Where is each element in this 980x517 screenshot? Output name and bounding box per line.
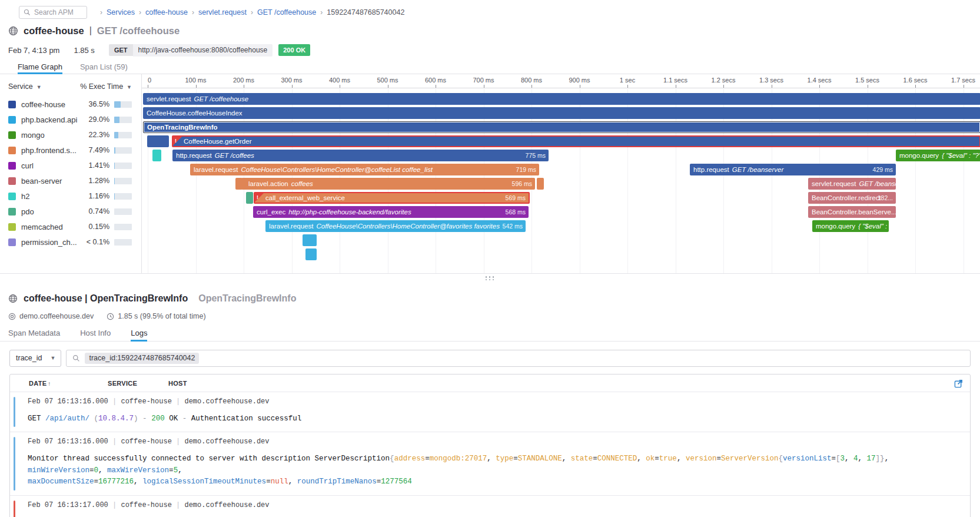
service-row[interactable]: mongo22.3%	[0, 127, 141, 142]
breadcrumb-item[interactable]: servlet.request	[198, 8, 247, 16]
span-time: 1.85 s (99.5% of total time)	[118, 312, 205, 320]
axis-tick-label: 0	[148, 77, 151, 84]
axis-tick-label: 400 ms	[329, 77, 350, 84]
exec-time-column-sort[interactable]: % Exec Time▼	[80, 82, 132, 91]
flame-span-fragment[interactable]	[307, 234, 317, 246]
open-in-log-explorer-icon[interactable]	[954, 379, 963, 388]
axis-tick-label: 1 sec	[620, 77, 635, 84]
search-apm-input[interactable]: Search APM	[19, 6, 87, 19]
span-label: servlet.request	[147, 95, 191, 102]
span-duration: 775 ms	[526, 150, 546, 161]
tab-logs[interactable]: Logs	[131, 329, 147, 341]
flame-span-mongo-query[interactable]: mongo.query{ "$eval" : "?", "	[896, 150, 980, 161]
span-duration: 542 ms	[503, 220, 523, 232]
main-tabs: Flame Graph Span List (59)	[0, 57, 980, 74]
breadcrumb-separator: ›	[139, 8, 141, 16]
service-row[interactable]: h21.16%	[0, 188, 141, 204]
service-exec-bar	[114, 163, 132, 169]
service-row[interactable]: curl1.41%	[0, 158, 141, 173]
service-row[interactable]: bean-server1.28%	[0, 173, 141, 188]
span-resource: CoffeeHouse\Controllers\HomeController@c…	[241, 166, 433, 173]
span-resource: GET /coffees	[215, 152, 254, 159]
flame-span-servlet-request[interactable]: servlet.requestGET /coffeehouse	[143, 93, 980, 105]
flame-span-beancontroller-beanserve[interactable]: BeanController.beanServe...	[808, 206, 896, 218]
tab-host-info[interactable]: Host Info	[80, 329, 111, 341]
span-resource: http://php-coffeehouse-backend/favorites	[288, 208, 411, 216]
flame-span-coffeehouse-coffeehouseindex[interactable]: CoffeeHouse.coffeeHouseIndex	[143, 107, 980, 119]
service-color-swatch	[8, 208, 16, 216]
service-column-sort[interactable]: Service▼	[8, 82, 42, 91]
flame-graph-canvas[interactable]: 0100 ms200 ms300 ms400 ms500 ms600 ms700…	[142, 74, 980, 273]
chevron-down-icon: ▼	[127, 84, 132, 90]
flame-span-coffeehouse-getorder[interactable]: !CoffeeHouse.getOrder	[172, 135, 980, 147]
tab-flame-graph[interactable]: Flame Graph	[18, 62, 62, 74]
axis-tick-mark	[772, 85, 772, 88]
trace-sub-row: Feb 7, 4:13 pm 1.85 s GET http://java-co…	[0, 38, 980, 57]
span-label: BeanController.redirect	[812, 194, 881, 201]
flame-span-mongo-query[interactable]: mongo.query{ "$eval" : ...	[812, 220, 889, 232]
span-label: mongo.query	[816, 223, 855, 230]
log-search-input[interactable]: trace_id:1592247487685740042	[66, 350, 971, 367]
flame-span-http-request[interactable]: http.requestGET /beanserver429 ms	[690, 164, 896, 175]
span-detail-meta: demo.coffeehouse.dev 1.85 s (99.5% of to…	[0, 306, 980, 322]
flame-span-curl-exec[interactable]: curl_exechttp://php-coffeehouse-backend/…	[253, 206, 529, 218]
flame-span-call-external-web-service[interactable]: !call_external_web_service569 ms	[254, 192, 530, 204]
service-name: pdo	[21, 207, 81, 216]
service-row[interactable]: php.backend.api29.0%	[0, 112, 141, 127]
axis-tick-mark	[196, 85, 197, 88]
column-host[interactable]: HOST	[168, 380, 187, 387]
breadcrumb-separator: ›	[251, 8, 253, 16]
breadcrumb-item[interactable]: coffee-house	[145, 8, 188, 16]
axis-tick-mark	[531, 85, 532, 88]
service-color-swatch	[8, 162, 16, 170]
flame-span-fragment[interactable]	[246, 192, 253, 204]
log-row[interactable]: Feb 07 16:13:16.000 | coffee-house | dem…	[10, 392, 970, 432]
service-color-swatch	[8, 223, 16, 231]
flame-span-fragment[interactable]	[537, 178, 544, 190]
tab-span-metadata[interactable]: Span Metadata	[8, 329, 60, 341]
column-date[interactable]: DATE↑	[29, 380, 108, 387]
flame-span-opentracingbrewinfo[interactable]: OpenTracingBrewInfo	[143, 121, 980, 133]
service-row[interactable]: coffee-house36.5%	[0, 97, 141, 112]
span-detail-header: coffee-house | OpenTracingBrewInfo OpenT…	[0, 284, 980, 306]
flame-span-fragment[interactable]	[152, 150, 161, 161]
breadcrumb-item: 1592247487685740042	[327, 8, 404, 16]
span-resource: CoffeeHouse\Controllers\HomeController@f…	[316, 223, 499, 230]
filter-query-chip[interactable]: trace_id:1592247487685740042	[85, 353, 199, 364]
title-separator: |	[89, 25, 92, 36]
log-filter-row: trace_id ▼ trace_id:1592247487685740042	[0, 342, 980, 367]
flame-span-fragment[interactable]	[147, 135, 169, 147]
log-row[interactable]: Feb 07 16:13:17.000 | coffee-house | dem…	[10, 495, 970, 517]
axis-tick-mark	[388, 85, 388, 88]
span-detail-subtitle: OpenTracingBrewInfo	[198, 293, 296, 304]
service-exec-bar	[114, 101, 132, 108]
service-row[interactable]: pdo0.74%	[0, 204, 141, 219]
flame-span-beancontroller-redirect[interactable]: BeanController.redirect182...	[808, 192, 896, 204]
flame-span-servlet-request[interactable]: servlet.requestGET /beanse...	[808, 178, 896, 190]
flame-span-laravel-action[interactable]: laravel.actioncoffees596 ms	[245, 178, 535, 190]
span-resource: { "$eval" : "?", "	[942, 152, 980, 159]
span-label: laravel.request	[269, 223, 313, 230]
flame-span-laravel-request[interactable]: laravel.requestCoffeeHouse\Controllers\H…	[190, 164, 539, 175]
log-row[interactable]: Feb 07 16:13:16.000 | coffee-house | dem…	[10, 432, 970, 495]
service-exec-bar	[114, 224, 132, 230]
service-name: coffee-house	[21, 100, 81, 109]
flame-span-http-request[interactable]: http.requestGET /coffees775 ms	[172, 150, 549, 161]
axis-tick-mark	[819, 85, 820, 88]
service-name: permission_ch...	[21, 238, 81, 247]
flame-span-laravel-request[interactable]: laravel.requestCoffeeHouse\Controllers\H…	[265, 220, 526, 232]
service-row[interactable]: memcached0.15%	[0, 219, 141, 234]
flame-span-fragment[interactable]	[310, 248, 317, 260]
breadcrumb-item[interactable]: GET /coffeehouse	[257, 8, 316, 16]
host-scope-icon	[8, 313, 16, 320]
clock-icon	[107, 313, 114, 320]
service-row[interactable]: permission_ch...< 0.1%	[0, 234, 141, 250]
filter-field-select[interactable]: trace_id ▼	[9, 350, 61, 367]
tab-span-list[interactable]: Span List (59)	[80, 62, 128, 74]
service-color-swatch	[8, 131, 16, 139]
column-service[interactable]: SERVICE	[108, 380, 168, 387]
service-row[interactable]: php.frontend.s...7.49%	[0, 142, 141, 158]
service-color-swatch	[8, 101, 16, 108]
breadcrumb-item[interactable]: Services	[107, 8, 135, 16]
resize-handle-icon[interactable]	[486, 276, 495, 280]
